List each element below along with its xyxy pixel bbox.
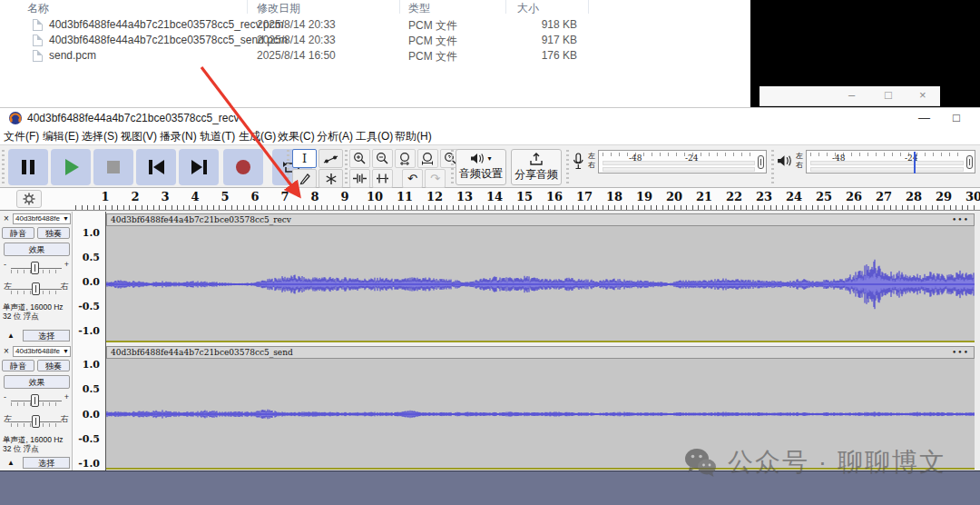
track-close-button[interactable]: × bbox=[1, 346, 12, 357]
menu-help[interactable]: 帮助(H) bbox=[395, 129, 432, 144]
menu-generate[interactable]: 生成(G) bbox=[239, 129, 276, 144]
envelope-tool-button[interactable] bbox=[318, 149, 343, 168]
maximize-button[interactable]: □ bbox=[885, 88, 892, 102]
zoom-selection-button[interactable] bbox=[395, 149, 416, 168]
select-track-button[interactable]: 选择 bbox=[23, 330, 70, 342]
trim-audio-button[interactable] bbox=[349, 169, 370, 188]
silence-icon bbox=[375, 173, 390, 184]
minimize-button[interactable]: — bbox=[918, 111, 930, 124]
collapse-track-button[interactable]: ▲ bbox=[1, 457, 21, 469]
undo-button[interactable]: ↶ bbox=[402, 169, 423, 188]
pan-slider[interactable]: 左 右 bbox=[4, 414, 69, 430]
track-depth-info: 32 位 浮点 bbox=[3, 312, 64, 321]
scale-label: -0.5 bbox=[78, 301, 100, 312]
timeline-ruler[interactable]: 1234567891011121314151617181920212223242… bbox=[0, 188, 980, 211]
draw-tool-button[interactable] bbox=[292, 169, 317, 188]
toolbar-grip[interactable] bbox=[287, 150, 289, 184]
skip-to-start-button[interactable] bbox=[136, 149, 176, 185]
menu-effect[interactable]: 效果(C) bbox=[278, 129, 315, 144]
collapse-track-button[interactable]: ▲ bbox=[1, 330, 21, 342]
menu-file[interactable]: 文件(F) bbox=[4, 129, 39, 144]
toolbar-grip[interactable] bbox=[566, 150, 569, 184]
timeline-options-button[interactable] bbox=[16, 190, 42, 208]
share-audio-button[interactable]: 分享音频 bbox=[511, 149, 562, 185]
track-name-dropdown[interactable]: 40d3bf6488fe▼ bbox=[13, 346, 71, 357]
track-menu-button[interactable]: ••• bbox=[952, 214, 969, 225]
audio-setup-button[interactable]: ▾ 音频设置 bbox=[456, 149, 506, 185]
playback-meter[interactable]: -48 -24 bbox=[806, 150, 975, 173]
track-title-bar[interactable]: 40d3bf6488fe44a4b7c21bce03578cc5_send ••… bbox=[106, 346, 975, 359]
solo-button[interactable]: 独奏 bbox=[37, 227, 70, 239]
play-button[interactable] bbox=[51, 149, 91, 185]
pan-slider-thumb[interactable] bbox=[32, 415, 40, 428]
column-divider bbox=[247, 0, 248, 14]
undo-icon: ↶ bbox=[407, 172, 417, 185]
meter-end-knob[interactable] bbox=[966, 155, 973, 169]
scale-label: 1.0 bbox=[83, 227, 100, 239]
skip-to-end-button[interactable] bbox=[179, 149, 219, 185]
menu-select[interactable]: 选择(S) bbox=[82, 129, 118, 144]
file-date: 2025/8/14 16:50 bbox=[257, 49, 336, 62]
multi-tool-button[interactable] bbox=[318, 169, 343, 188]
menu-edit[interactable]: 编辑(E) bbox=[43, 129, 79, 144]
solo-button[interactable]: 独奏 bbox=[37, 360, 70, 371]
zoom-fit-icon bbox=[421, 152, 435, 165]
toolbar-grip[interactable] bbox=[451, 150, 454, 184]
zoom-in-button[interactable] bbox=[349, 149, 370, 168]
gain-slider-thumb[interactable] bbox=[31, 394, 39, 407]
select-track-button[interactable]: 选择 bbox=[23, 457, 70, 469]
close-button[interactable]: × bbox=[919, 88, 926, 102]
record-button[interactable] bbox=[223, 149, 263, 185]
gain-slider-thumb[interactable] bbox=[31, 262, 39, 274]
pan-right-label: 右 bbox=[61, 413, 69, 425]
gain-slider[interactable]: - + bbox=[4, 261, 69, 276]
waveform-area[interactable] bbox=[106, 226, 975, 342]
zoom-out-button[interactable] bbox=[372, 149, 393, 168]
gain-slider[interactable]: - + bbox=[4, 393, 69, 409]
track-menu-button[interactable]: ••• bbox=[952, 347, 969, 358]
toolbar-grip[interactable] bbox=[345, 150, 348, 184]
timeline-number: 20 bbox=[666, 190, 682, 203]
meter-end-knob[interactable] bbox=[758, 155, 764, 169]
scale-label: 1.0 bbox=[83, 359, 100, 371]
column-header-type[interactable]: 类型 bbox=[408, 1, 430, 16]
stop-button[interactable] bbox=[93, 149, 133, 185]
menu-tools[interactable]: 工具(O) bbox=[356, 129, 393, 144]
zoom-fit-button[interactable] bbox=[417, 149, 438, 168]
toolbar-grip[interactable] bbox=[771, 150, 774, 184]
column-header-size[interactable]: 大小 bbox=[517, 1, 539, 16]
mute-button[interactable]: 静音 bbox=[2, 227, 34, 239]
menu-transport[interactable]: 播录(N) bbox=[160, 129, 197, 144]
timeline-number: 11 bbox=[397, 190, 413, 203]
column-divider bbox=[588, 0, 589, 14]
track-right-strip bbox=[975, 344, 980, 471]
recording-meter[interactable]: -48 -24 bbox=[598, 150, 767, 173]
column-header-name[interactable]: 名称 bbox=[27, 1, 49, 16]
redo-button[interactable]: ↷ bbox=[425, 169, 446, 188]
track-title-bar[interactable]: 40d3bf6488fe44a4b7c21bce03578cc5_recv ••… bbox=[106, 213, 975, 226]
mute-button[interactable]: 静音 bbox=[2, 360, 34, 371]
menu-tracks[interactable]: 轨道(T) bbox=[200, 129, 235, 144]
silence-audio-button[interactable] bbox=[372, 169, 393, 188]
track-close-button[interactable]: × bbox=[1, 213, 12, 224]
menu-analyze[interactable]: 分析(A) bbox=[317, 129, 353, 144]
track-name-dropdown[interactable]: 40d3bf6488fe▼ bbox=[13, 213, 71, 224]
file-type: PCM 文件 bbox=[408, 49, 457, 64]
menu-view[interactable]: 视图(V) bbox=[121, 129, 157, 144]
effects-button[interactable]: 效果 bbox=[4, 375, 70, 389]
audacity-titlebar[interactable]: 40d3bf6488fe44a4b7c21bce03578cc5_recv — … bbox=[0, 108, 980, 128]
pan-slider-thumb[interactable] bbox=[32, 282, 40, 295]
track-control-panel: × 40d3bf6488fe▼ 静音 独奏 效果 - + 左 右 单声道, 16… bbox=[0, 212, 73, 344]
track-format-info: 单声道, 16000 Hz 32 位 浮点 bbox=[3, 302, 64, 321]
effects-button[interactable]: 效果 bbox=[4, 243, 70, 256]
toolbar-grip[interactable] bbox=[2, 150, 5, 184]
column-header-date[interactable]: 修改日期 bbox=[257, 1, 300, 16]
minimize-button[interactable]: – bbox=[848, 88, 855, 102]
audacity-menubar: 文件(F) 编辑(E) 选择(S) 视图(V) 播录(N) 轨道(T) 生成(G… bbox=[0, 128, 980, 144]
selection-tool-button[interactable]: I bbox=[292, 149, 317, 168]
maximize-button[interactable]: □ bbox=[953, 111, 960, 124]
file-icon bbox=[33, 35, 43, 46]
timeline-number: 5 bbox=[220, 190, 229, 203]
pan-slider[interactable]: 左 右 bbox=[4, 282, 69, 297]
pause-button[interactable] bbox=[8, 149, 48, 185]
